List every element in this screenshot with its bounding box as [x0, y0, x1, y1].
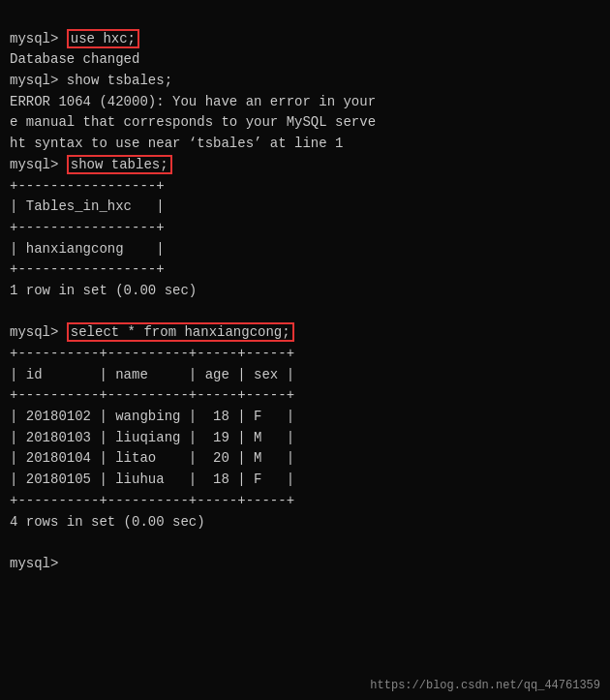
command-plain: show tsbales;: [67, 73, 172, 88]
command-highlighted: select * from hanxiangcong;: [67, 322, 294, 342]
terminal-line: +----------+----------+-----+-----+: [10, 385, 600, 407]
terminal-line: | Tables_in_hxc |: [10, 197, 600, 218]
terminal-line: | 20180105 | liuhua | 18 | F |: [10, 470, 600, 491]
terminal-line: 4 rows in set (0.00 sec): [10, 512, 600, 533]
terminal-line: mysql> select * from hanxiangcong;: [10, 322, 600, 344]
prompt: mysql>: [10, 73, 67, 88]
terminal-line: mysql> use hxc;: [10, 29, 600, 50]
terminal-line: | 20180104 | litao | 20 | M |: [10, 448, 600, 470]
command-highlighted: use hxc;: [67, 29, 139, 48]
terminal-line: +----------+----------+-----+-----+: [10, 344, 600, 365]
terminal-line: +----------+----------+-----+-----+: [10, 491, 600, 512]
prompt: mysql>: [10, 324, 67, 340]
terminal-line: ERROR 1064 (42000): You have an error in…: [10, 92, 600, 113]
footer-url: https://blog.csdn.net/qq_44761359: [370, 679, 600, 692]
prompt: mysql>: [10, 157, 67, 172]
terminal-line: ht syntax to use near ‘tsbales’ at line …: [10, 134, 600, 155]
terminal-line: mysql>: [10, 554, 600, 575]
terminal-line: 1 row in set (0.00 sec): [10, 281, 600, 302]
terminal-line: +-----------------+: [10, 259, 600, 281]
terminal-line: mysql> show tsbales;: [10, 71, 600, 92]
terminal-line: +-----------------+: [10, 176, 600, 198]
terminal-line: mysql> show tables;: [10, 155, 600, 176]
terminal-content: mysql> use hxc;Database changedmysql> sh…: [10, 8, 600, 575]
terminal-line: | hanxiangcong |: [10, 239, 600, 260]
terminal-line: [10, 533, 600, 554]
prompt-only: mysql>: [10, 556, 67, 571]
terminal-line: | id | name | age | sex |: [10, 365, 600, 386]
terminal-line: +-----------------+: [10, 218, 600, 239]
terminal-line: Database changed: [10, 49, 600, 71]
terminal-line: | 20180102 | wangbing | 18 | F |: [10, 407, 600, 428]
command-highlighted: show tables;: [67, 155, 172, 174]
terminal-line: [10, 302, 600, 323]
prompt: mysql>: [10, 31, 67, 46]
terminal-line: | 20180103 | liuqiang | 19 | M |: [10, 428, 600, 449]
terminal-line: e manual that corresponds to your MySQL …: [10, 112, 600, 134]
